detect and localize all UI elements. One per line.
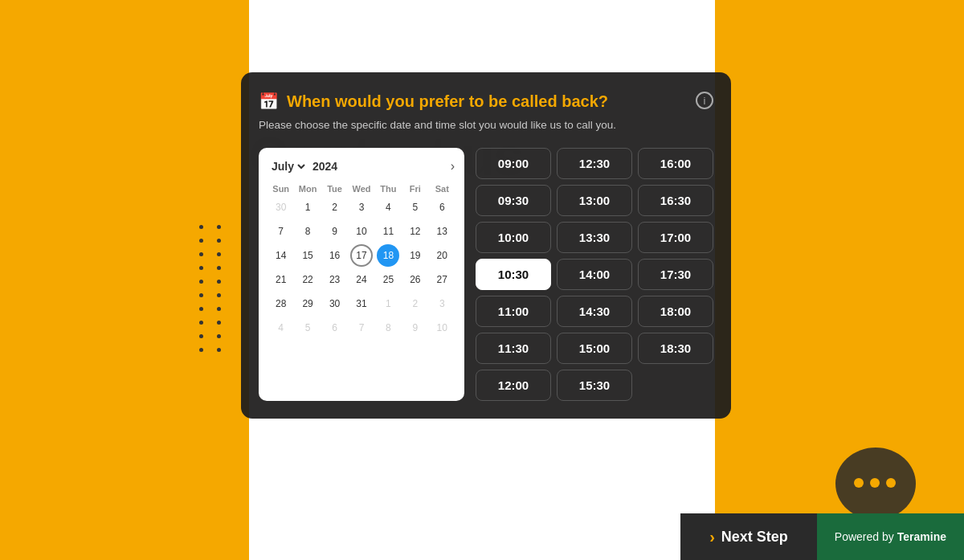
time-slot[interactable]: 14:30 <box>557 296 632 327</box>
time-slot[interactable]: 09:00 <box>476 148 551 179</box>
dot-pattern-top-right <box>854 12 952 47</box>
cal-day[interactable]: 9 <box>324 220 346 243</box>
cal-day[interactable]: 6 <box>324 317 346 339</box>
modal-title-row: 📅 When would you prefer to be called bac… <box>259 92 608 111</box>
cal-day[interactable]: 1 <box>296 196 319 219</box>
time-slot[interactable]: 11:30 <box>476 333 551 364</box>
cal-day[interactable]: 12 <box>404 220 427 243</box>
cal-day[interactable]: 30 <box>270 196 292 219</box>
cal-day[interactable]: 3 <box>350 196 373 219</box>
time-slot[interactable]: 17:30 <box>638 259 713 290</box>
cal-day[interactable]: 17 <box>350 244 373 267</box>
cal-day[interactable]: 29 <box>296 292 319 315</box>
cal-day[interactable]: 16 <box>324 244 346 267</box>
cal-day[interactable]: 18 <box>377 244 399 267</box>
cal-day[interactable]: 28 <box>270 292 292 315</box>
time-slot[interactable]: 10:00 <box>476 222 551 253</box>
cal-day[interactable]: 2 <box>404 292 427 315</box>
cal-day[interactable]: 31 <box>350 292 373 315</box>
cal-day[interactable]: 9 <box>404 317 427 339</box>
time-slot[interactable]: 10:30 <box>476 259 551 290</box>
info-icon[interactable]: i <box>696 92 713 109</box>
cal-day[interactable]: 7 <box>270 220 292 243</box>
time-slot[interactable]: 15:00 <box>557 333 632 364</box>
cal-day[interactable]: 10 <box>350 220 373 243</box>
cal-day[interactable]: 21 <box>270 268 292 291</box>
cal-day[interactable]: 22 <box>296 268 319 291</box>
calendar-year: 2024 <box>312 160 337 173</box>
time-slot[interactable]: 16:30 <box>638 185 713 216</box>
cal-day[interactable]: 11 <box>377 220 399 243</box>
cal-day[interactable]: 6 <box>431 196 453 219</box>
time-slot[interactable]: 12:00 <box>476 370 551 401</box>
calendar: July 2024 › Sun Mon Tue Wed Thu Fri Sat … <box>259 148 464 401</box>
cal-day[interactable]: 8 <box>377 317 399 339</box>
powered-by-button[interactable]: Powered by Teramine <box>817 513 964 560</box>
time-slot[interactable]: 09:30 <box>476 185 551 216</box>
calendar-header: July 2024 › <box>268 159 455 174</box>
time-slot[interactable]: 18:30 <box>638 333 713 364</box>
cal-day[interactable]: 24 <box>350 268 373 291</box>
cal-header-thu: Thu <box>376 182 401 196</box>
cal-day[interactable]: 13 <box>431 220 453 243</box>
cal-day[interactable]: 14 <box>270 244 292 267</box>
cal-header-wed: Wed <box>349 182 374 196</box>
cal-day[interactable]: 4 <box>270 317 292 339</box>
cal-day[interactable]: 3 <box>431 292 453 315</box>
calendar-next-button[interactable]: › <box>451 159 455 174</box>
modal-card: 📅 When would you prefer to be called bac… <box>241 72 731 419</box>
cal-header-tue: Tue <box>322 182 347 196</box>
time-slot[interactable]: 13:00 <box>557 185 632 216</box>
calendar-icon: 📅 <box>259 92 279 111</box>
cal-day[interactable]: 7 <box>350 317 373 339</box>
calendar-month-year: July 2024 <box>268 159 337 174</box>
chat-dots <box>854 478 896 488</box>
powered-by-brand: Teramine <box>897 530 946 543</box>
modal-title: When would you prefer to be called back? <box>287 92 608 111</box>
cal-day[interactable]: 5 <box>404 196 427 219</box>
time-slot[interactable]: 17:00 <box>638 222 713 253</box>
cal-day[interactable]: 5 <box>296 317 319 339</box>
cal-day[interactable]: 8 <box>296 220 319 243</box>
calendar-days: 3012345678910111213141516171819202122232… <box>268 196 455 339</box>
cal-day[interactable]: 19 <box>404 244 427 267</box>
cal-day[interactable]: 27 <box>431 268 453 291</box>
next-step-label: Next Step <box>721 529 788 546</box>
next-step-arrow: › <box>709 528 715 546</box>
cal-header-fri: Fri <box>402 182 427 196</box>
next-step-button[interactable]: › Next Step <box>680 513 817 560</box>
cal-day[interactable]: 25 <box>377 268 399 291</box>
cal-day[interactable]: 2 <box>324 196 346 219</box>
modal-header: 📅 When would you prefer to be called bac… <box>259 92 713 111</box>
cal-day[interactable]: 23 <box>324 268 346 291</box>
dot-pattern-left <box>199 225 225 352</box>
cal-day[interactable]: 20 <box>431 244 453 267</box>
month-select[interactable]: July <box>268 159 308 174</box>
cal-header-mon: Mon <box>295 182 320 196</box>
time-slot[interactable]: 18:00 <box>638 296 713 327</box>
time-slot[interactable]: 13:30 <box>557 222 632 253</box>
cal-day[interactable]: 4 <box>377 196 399 219</box>
powered-by-prefix: Powered by <box>835 530 894 543</box>
time-slot[interactable]: 15:30 <box>557 370 632 401</box>
time-slot[interactable]: 16:00 <box>638 148 713 179</box>
cal-day[interactable]: 30 <box>324 292 346 315</box>
time-slot[interactable]: 12:30 <box>557 148 632 179</box>
cal-day[interactable]: 10 <box>431 317 453 339</box>
modal-subtitle: Please choose the specific date and time… <box>259 117 713 133</box>
time-slot[interactable]: 14:00 <box>557 259 632 290</box>
cal-header-sat: Sat <box>430 182 455 196</box>
modal-body: July 2024 › Sun Mon Tue Wed Thu Fri Sat … <box>259 148 713 401</box>
time-slots-grid: 09:0012:3016:0009:3013:0016:3010:0013:30… <box>476 148 713 401</box>
time-slot[interactable]: 11:00 <box>476 296 551 327</box>
cal-day[interactable]: 26 <box>404 268 427 291</box>
footer-bar: › Next Step Powered by Teramine <box>680 513 964 560</box>
cal-day[interactable]: 1 <box>377 292 399 315</box>
calendar-grid: Sun Mon Tue Wed Thu Fri Sat <box>268 182 455 196</box>
cal-day[interactable]: 15 <box>296 244 319 267</box>
cal-header-sun: Sun <box>268 182 293 196</box>
